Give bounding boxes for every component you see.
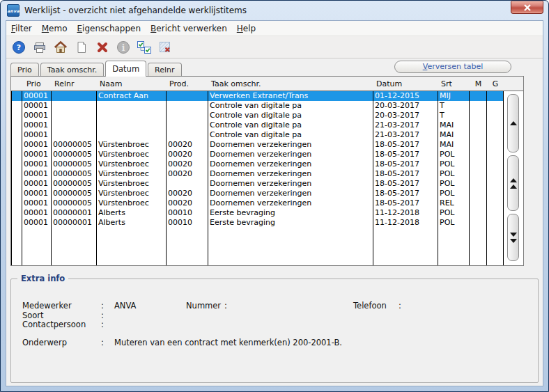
cell-prio: 00001 — [22, 101, 52, 111]
refresh-table-button[interactable]: Verversen tabel — [394, 61, 511, 73]
table-row[interactable]: 0000100000005Vürstenbroec00020Doornemen … — [11, 159, 504, 169]
page-up-button[interactable] — [507, 155, 519, 211]
cell-sel — [11, 140, 22, 150]
tab-taak-omschr[interactable]: Taak omschr. — [40, 63, 104, 76]
cell-srt: POL — [438, 179, 470, 189]
empty-cell — [97, 228, 167, 265]
cell-g — [487, 140, 504, 150]
print-icon[interactable] — [32, 40, 47, 54]
cell-taak: Doornemen verzekeringen — [208, 140, 373, 150]
cell-datum: 21-03-2017 — [373, 120, 438, 130]
header-prio[interactable]: Prio — [22, 77, 52, 91]
cell-prio: 00001 — [22, 189, 52, 198]
tab-relnr[interactable]: Relnr — [148, 63, 181, 76]
cell-m — [470, 111, 487, 120]
cell-sel — [11, 101, 22, 111]
cell-prio: 00001 — [22, 179, 52, 189]
menu-help[interactable]: Help — [232, 21, 261, 36]
cell-sel — [11, 189, 22, 198]
table-row[interactable]: 0000100000005Vürstenbroec00020Doornemen … — [11, 189, 504, 198]
info-icon: i — [116, 40, 131, 54]
cell-sel — [11, 120, 22, 130]
table-row[interactable]: 00001Contract AanVerwerken Extranet/Tran… — [11, 91, 504, 101]
table-row[interactable]: 0000100000005Vürstenbroec00020Doornemen … — [11, 169, 504, 179]
table-row[interactable]: 0000100000005Vürstenbroec00020Doornemen … — [11, 198, 504, 208]
empty-cell — [470, 228, 487, 265]
cell-datum: 18-05-2017 — [373, 189, 438, 198]
cell-m — [470, 179, 487, 189]
table-body: 00001Contract AanVerwerken Extranet/Tran… — [11, 91, 523, 265]
header-prod[interactable]: Prod. — [167, 77, 208, 91]
cell-prio: 00001 — [22, 130, 52, 140]
cell-datum: 18-05-2017 — [373, 179, 438, 189]
cell-prod: 00020 — [167, 189, 208, 198]
table-row[interactable]: 0000100000001Alberts00010Eerste bevragin… — [11, 208, 504, 218]
home-icon[interactable] — [53, 40, 68, 54]
cell-g — [487, 189, 504, 198]
window-title: Werklijst - overzicht niet afgehandelde … — [24, 6, 247, 15]
cell-g — [487, 179, 504, 189]
help-icon[interactable]: ? — [11, 40, 26, 54]
cell-datum: 01-12-2015 — [373, 91, 438, 101]
table-row[interactable]: 0000100000005VürstenbroecDoornemen verze… — [11, 179, 504, 189]
cell-prod: 00020 — [167, 140, 208, 150]
cell-prio: 00001 — [22, 111, 52, 120]
empty-cell — [438, 228, 470, 265]
cell-naam — [97, 130, 167, 140]
menu-bericht-verwerken[interactable]: Bericht verwerken — [146, 21, 232, 36]
table-row[interactable]: 00001Controle van digitale pa20-03-2017T — [11, 111, 504, 120]
header-taak-omschr[interactable]: Taak omschr. — [208, 77, 373, 91]
arrow-up-icon — [510, 121, 517, 125]
extra-info-group: Extra info Medewerker : ANVA Nummer : Te… — [10, 279, 539, 383]
cell-srt: POL — [438, 218, 470, 228]
cell-m — [470, 150, 487, 159]
cell-srt: MAI — [438, 130, 470, 140]
table-scrollbar — [504, 91, 523, 265]
cell-g — [487, 208, 504, 218]
page-down-button[interactable] — [507, 214, 519, 261]
cell-relnr: 00000001 — [52, 218, 97, 228]
header-g[interactable]: G — [487, 77, 504, 91]
cell-prio: 00001 — [22, 198, 52, 208]
cell-g — [487, 198, 504, 208]
title-bar[interactable]: anva Werklijst - overzicht niet afgehand… — [1, 1, 548, 20]
close-icon — [523, 1, 532, 14]
cell-sel — [11, 130, 22, 140]
scroll-up-button[interactable] — [507, 94, 519, 152]
new-document-icon[interactable] — [74, 40, 89, 54]
tab-prio[interactable]: Prio — [10, 63, 39, 76]
menu-filter[interactable]: Filter — [6, 21, 37, 36]
cell-datum: 11-12-2018 — [373, 208, 438, 218]
table-row[interactable]: 00001Controle van digitale pa21-03-2017M… — [11, 120, 504, 130]
tab-datum[interactable]: Datum — [105, 61, 146, 77]
cell-m — [470, 218, 487, 228]
close-button[interactable] — [511, 1, 543, 14]
table-row[interactable]: 00001Controle van digitale pa21-03-2017M… — [11, 130, 504, 140]
menu-eigenschappen[interactable]: Eigenschappen — [72, 21, 146, 36]
header-srt[interactable]: Srt — [438, 77, 470, 91]
header-datum[interactable]: Datum — [373, 77, 438, 91]
header-m[interactable]: M — [470, 77, 487, 91]
table-header: Prio Relnr Naam Prod. Taak omschr. Datum… — [11, 77, 523, 91]
workflow-icon[interactable] — [137, 40, 152, 54]
table-row[interactable]: 0000100000005Vürstenbroec00020Doornemen … — [11, 150, 504, 159]
cell-datum: 11-12-2018 — [373, 218, 438, 228]
cell-datum: 20-03-2017 — [373, 111, 438, 120]
cell-g — [487, 218, 504, 228]
cell-prod: 00020 — [167, 159, 208, 169]
cell-srt: POL — [438, 208, 470, 218]
menu-memo[interactable]: Memo — [37, 21, 72, 36]
header-relnr[interactable]: Relnr — [52, 77, 97, 91]
cell-prod: 00020 — [167, 198, 208, 208]
cell-taak: Doornemen verzekeringen — [208, 169, 373, 179]
table-row[interactable]: 00001Controle van digitale pa20-03-2017T — [11, 101, 504, 111]
header-naam[interactable]: Naam — [97, 77, 167, 91]
table-row[interactable]: 0000100000001Alberts00010Eerste bevragin… — [11, 218, 504, 228]
delete-icon[interactable] — [95, 40, 110, 54]
cell-g — [487, 111, 504, 120]
contactpersoon-colon: : — [101, 320, 104, 329]
table-row[interactable]: 0000100000005Vürstenbroec00020Doornemen … — [11, 140, 504, 150]
cell-prio: 00001 — [22, 159, 52, 169]
telefoon-colon: : — [399, 301, 401, 311]
cell-relnr: 00000005 — [52, 198, 97, 208]
